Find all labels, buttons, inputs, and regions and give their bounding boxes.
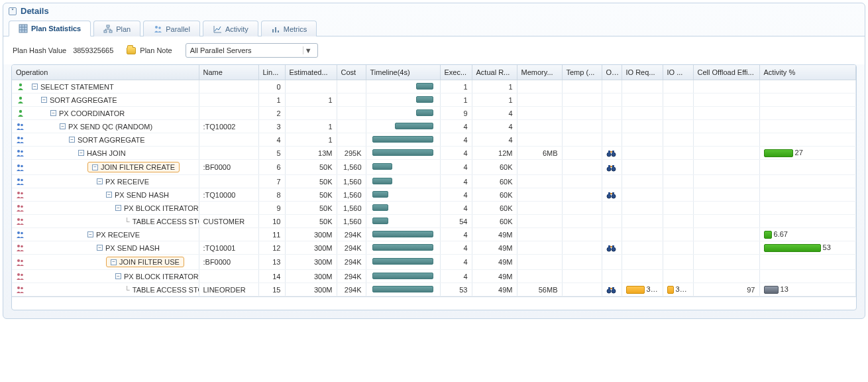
collapse-icon[interactable]: − (92, 164, 98, 170)
tab-label: Parallel (166, 25, 190, 33)
svg-point-59 (21, 274, 23, 277)
collapse-icon[interactable]: − (87, 231, 93, 237)
operation-label: PX RECEIVE (96, 231, 140, 239)
table-row[interactable]: −JOIN FILTER CREATE :BF0000650K1,560460K (12, 160, 856, 175)
collapse-icon[interactable]: − (115, 205, 121, 211)
activity-value: 53 (823, 243, 831, 251)
table-row[interactable]: −HASH JOIN 513M295K412M6MB 27 (12, 147, 856, 160)
col-exec[interactable]: Exec... (440, 65, 472, 80)
svg-rect-10 (272, 29, 274, 32)
binoculars-icon[interactable] (606, 191, 616, 199)
binoculars-icon[interactable] (606, 244, 616, 252)
svg-point-44 (21, 206, 23, 208)
collapse-icon[interactable]: − (78, 150, 84, 156)
collapse-icon[interactable]: − (41, 97, 47, 103)
svg-point-45 (17, 218, 20, 221)
collapse-icon[interactable]: − (106, 192, 112, 198)
panel-title: Details (21, 6, 49, 16)
operation-label: SORT AGGREGATE (78, 136, 144, 144)
col-actual[interactable]: Actual R... (472, 65, 517, 80)
table-row[interactable]: −SORT AGGREGATE 1111 (12, 94, 856, 107)
binoculars-icon[interactable] (606, 149, 616, 157)
operation-label: PX SEND HASH (115, 191, 169, 199)
svg-rect-64 (608, 287, 610, 290)
col-line[interactable]: Lin... (258, 65, 285, 80)
table-row[interactable]: −PX SEND HASH :TQ10000850K1,560460K (12, 188, 856, 202)
col-timeline[interactable]: Timeline(4s) (366, 65, 440, 80)
svg-rect-32 (612, 165, 614, 168)
col-io[interactable]: IO ... (663, 65, 693, 80)
collapse-icon[interactable]: − (111, 259, 117, 265)
tab-plan[interactable]: Plan (93, 21, 140, 36)
operation-label: PX SEND QC (RANDOM) (68, 123, 152, 131)
table-row[interactable]: −SORT AGGREGATE 4144 (12, 133, 856, 147)
table-row[interactable]: −PX SEND QC (RANDOM) :TQ100023144 (12, 120, 856, 133)
tab-label: Metrics (284, 25, 307, 33)
table-row[interactable]: −PX BLOCK ITERATOR 14300M294K449M (12, 270, 856, 283)
table-row[interactable]: −PX COORDINATOR 294 (12, 107, 856, 120)
table-row[interactable]: └TABLE ACCESS STORAGE... CUSTOMER1050K1,… (12, 215, 856, 228)
table-row[interactable]: −PX BLOCK ITERATOR 950K1,560460K (12, 202, 856, 215)
collapse-icon[interactable]: − (97, 178, 103, 184)
collapse-icon[interactable]: − (50, 110, 56, 116)
svg-point-15 (19, 110, 22, 113)
plan-note-button[interactable]: Plan Note (123, 45, 176, 56)
tabbar: Plan Statistics Plan Parallel Activity M… (3, 20, 865, 36)
collapse-icon[interactable]: ˅ (9, 7, 17, 15)
table-row[interactable]: −SELECT STATEMENT 011 (12, 80, 856, 94)
col-estimated[interactable]: Estimated... (285, 65, 337, 80)
svg-rect-26 (610, 151, 612, 153)
collapse-icon[interactable]: − (60, 123, 66, 129)
col-operation[interactable]: Operation (12, 65, 199, 80)
svg-rect-7 (109, 31, 112, 32)
binoculars-icon[interactable] (606, 164, 616, 172)
operation-label: PX COORDINATOR (59, 109, 125, 117)
people-icon (16, 286, 25, 293)
table-row[interactable]: −PX RECEIVE 750K1,560460K (12, 175, 856, 188)
collapse-icon[interactable]: − (97, 245, 103, 251)
panel-header[interactable]: ˅ Details (3, 3, 865, 19)
collapse-icon[interactable]: − (115, 273, 121, 279)
col-temp[interactable]: Temp (... (562, 65, 602, 80)
toolbar: Plan Hash Value 3859325665 Plan Note All… (3, 36, 865, 64)
table-row[interactable]: −JOIN FILTER USE :BF000013300M294K449M (12, 255, 856, 270)
svg-rect-40 (608, 192, 610, 195)
collapse-icon[interactable]: − (32, 84, 38, 90)
svg-rect-55 (610, 246, 612, 247)
table-row[interactable]: −PX RECEIVE 11300M294K449M 6.67 (12, 228, 856, 241)
svg-point-13 (19, 84, 22, 86)
col-name[interactable]: Name (199, 65, 258, 80)
grid-footer (12, 296, 856, 310)
col-ioreq[interactable]: IO Req... (622, 65, 663, 80)
operation-label: JOIN FILTER CREATE (101, 163, 175, 171)
tab-activity[interactable]: Activity (203, 21, 258, 36)
grid-icon (19, 24, 28, 33)
svg-point-61 (21, 287, 23, 290)
col-activity[interactable]: Activity % (759, 65, 856, 80)
svg-rect-54 (612, 245, 614, 248)
tab-metrics[interactable]: Metrics (261, 21, 317, 36)
svg-rect-41 (612, 192, 614, 195)
tab-parallel[interactable]: Parallel (143, 21, 200, 36)
tab-plan-statistics[interactable]: Plan Statistics (9, 21, 91, 36)
col-celloff[interactable]: Cell Offload Effi... (693, 65, 759, 80)
svg-point-19 (21, 137, 23, 140)
col-cost[interactable]: Cost (337, 65, 366, 80)
people-icon (16, 231, 25, 238)
people-icon (16, 123, 25, 130)
svg-point-20 (17, 150, 20, 153)
chevron-down-icon: ▼ (303, 46, 313, 54)
server-select[interactable]: All Parallel Servers ▼ (186, 43, 318, 58)
people-icon (16, 149, 25, 157)
collapse-icon[interactable]: − (69, 137, 75, 143)
binoculars-icon[interactable] (606, 286, 616, 294)
people-icon (16, 136, 25, 143)
table-row[interactable]: └TABLE ACCESS STORAGE... LINEORDER15300M… (12, 283, 856, 296)
plan-grid: Operation Name Lin... Estimated... Cost … (11, 64, 857, 310)
people-icon (16, 259, 25, 266)
svg-point-17 (21, 124, 23, 127)
server-selected: All Parallel Servers (190, 46, 252, 54)
col-o[interactable]: O... (602, 65, 622, 80)
table-row[interactable]: −PX SEND HASH :TQ1000112300M294K449M 53 (12, 241, 856, 255)
col-memory[interactable]: Memory... (517, 65, 562, 80)
